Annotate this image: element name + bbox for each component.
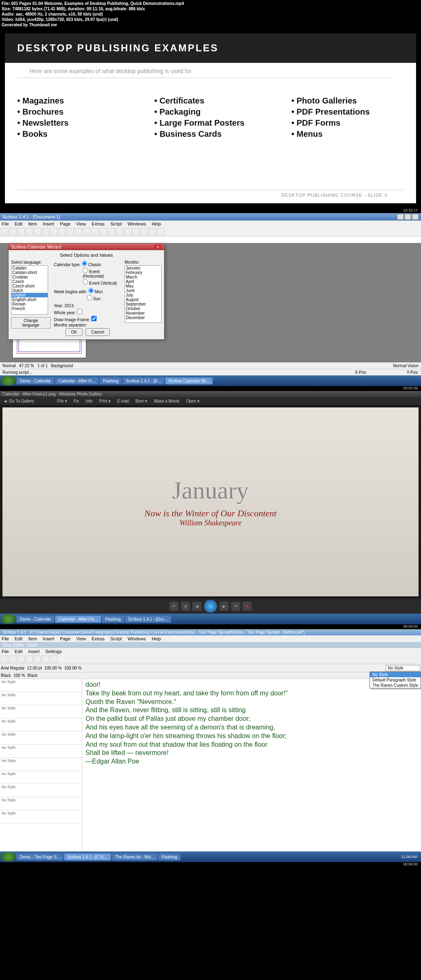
style-cell[interactable]: No Style [0, 718, 82, 732]
list-item[interactable]: March [125, 275, 161, 279]
menu-email[interactable]: E-mail [117, 399, 129, 403]
close-button[interactable]: × [412, 214, 419, 220]
list-item[interactable]: English-short [12, 297, 48, 302]
menu-file[interactable]: File [2, 636, 9, 641]
style-cell[interactable]: No Style [0, 679, 82, 692]
taskbar-item[interactable]: Flashing [102, 616, 124, 623]
event-h-radio[interactable] [83, 268, 88, 273]
menu-insert[interactable]: Insert [43, 636, 54, 641]
menu-windows[interactable]: Windows [127, 636, 146, 641]
style-cell[interactable]: No Style [0, 705, 82, 718]
back-button[interactable]: ◄ Go To Gallery [3, 399, 34, 403]
menu-file[interactable]: File [2, 649, 9, 654]
taskbar-item[interactable]: Flashing [158, 853, 180, 860]
maximize-button[interactable]: □ [405, 214, 411, 220]
tool-button[interactable] [9, 228, 16, 235]
menu-edit[interactable]: Edit [15, 636, 23, 641]
cancel-button[interactable]: Cancel [86, 328, 110, 336]
font-size[interactable]: 12.00 pt [27, 666, 42, 670]
start-button[interactable] [1, 614, 16, 623]
close-icon[interactable]: ✕ [243, 602, 252, 611]
taskbar-item-active[interactable]: Calendar - After-Fin... [55, 616, 101, 623]
menu-print[interactable]: Print ▾ [99, 399, 111, 403]
list-item[interactable]: Catalan [12, 266, 48, 270]
list-item[interactable]: April [125, 279, 161, 284]
menu-insert[interactable]: Insert [43, 221, 54, 226]
taskbar-item[interactable]: Demo - Two Page S... [16, 853, 63, 860]
list-item[interactable]: August [125, 297, 161, 302]
menu-file[interactable]: File ▾ [57, 399, 67, 403]
mon-radio[interactable] [88, 288, 94, 293]
menu-edit[interactable]: Edit [15, 221, 23, 226]
menu-item[interactable]: Item [28, 636, 37, 641]
tool-button[interactable] [132, 228, 140, 235]
taskbar-item-active[interactable]: Scribus Calendar Wi... [165, 377, 213, 384]
taskbar-clock[interactable]: 11:28 AM [398, 855, 420, 859]
style-cell[interactable]: No Style [0, 810, 82, 824]
event-v-radio[interactable] [83, 279, 88, 285]
menu-help[interactable]: Help [152, 221, 161, 226]
menu-help[interactable]: Help [152, 636, 161, 641]
menu-item[interactable]: Item [28, 221, 37, 226]
start-button[interactable] [1, 376, 16, 385]
color-select[interactable]: Black [28, 673, 37, 678]
dropdown-item[interactable]: The Raven Custom Style [370, 683, 421, 688]
taskbar-item[interactable]: The Raven.txt - Not... [112, 853, 157, 860]
menu-edit[interactable]: Edit [15, 649, 23, 654]
style-cell[interactable]: No Style [0, 771, 82, 784]
tool-button[interactable] [91, 228, 99, 235]
taskbar-item[interactable]: Demo - Calendar [16, 377, 54, 384]
list-item[interactable]: December [125, 315, 161, 320]
scale-v[interactable]: 100.00 % [64, 666, 81, 670]
tool-button[interactable] [58, 228, 66, 235]
tool-button[interactable] [149, 228, 156, 235]
menu-burn[interactable]: Burn ▾ [135, 399, 147, 403]
list-item-selected[interactable]: English [12, 293, 48, 297]
dialog-close-button[interactable]: × [154, 244, 162, 249]
color-select[interactable]: Black [1, 673, 11, 678]
style-cell[interactable]: No Style [0, 797, 82, 810]
title-bar[interactable]: Scribus 1.4.1 - [Document-1] _ □ × [0, 213, 421, 221]
list-item[interactable]: Czech [12, 279, 48, 284]
tool-button[interactable] [83, 228, 90, 235]
menu-info[interactable]: Info [86, 399, 93, 403]
menu-insert[interactable]: Insert [28, 649, 40, 654]
story-text-area[interactable]: door! Take thy beak from out my heart, a… [82, 679, 421, 851]
style-cell[interactable]: No Style [0, 784, 82, 797]
classic-radio[interactable] [82, 261, 87, 266]
document-canvas[interactable]: Scribus Calendar Wizard × Select Options… [0, 243, 421, 362]
list-item[interactable]: February [125, 270, 161, 275]
view-mode[interactable]: Normal [2, 363, 16, 368]
tool-button[interactable] [75, 228, 82, 235]
tool-button[interactable] [17, 228, 25, 235]
menu-view[interactable]: View [76, 221, 86, 226]
tool-button[interactable] [157, 228, 164, 235]
tool-button[interactable] [50, 656, 58, 663]
se-title-bar[interactable]: Scribus 1.4.1 - [C:\Users\Valued Custome… [0, 629, 421, 635]
list-item[interactable]: May [125, 284, 161, 288]
list-item[interactable]: July [125, 293, 161, 297]
tool-button[interactable] [124, 228, 132, 235]
list-item[interactable]: Croatian [12, 275, 48, 279]
scale-h[interactable]: 100.00 % [44, 666, 62, 670]
list-item[interactable]: January [125, 266, 161, 270]
list-item[interactable]: September [125, 302, 161, 306]
language-listbox[interactable]: Catalan Catalan-short Croatian Czech Cze… [11, 265, 48, 315]
tool-button[interactable] [1, 656, 8, 663]
menu-page[interactable]: Page [60, 221, 71, 226]
style-cell[interactable]: No Style [0, 758, 82, 771]
style-select[interactable]: No Style [386, 665, 420, 671]
tool-button[interactable] [141, 228, 148, 235]
ok-button[interactable]: OK [65, 328, 83, 336]
change-language-button[interactable]: Change language [11, 317, 51, 329]
tool-button[interactable] [34, 228, 41, 235]
vision-mode[interactable]: Normal Vision [393, 363, 419, 368]
menu-file[interactable]: File [2, 221, 9, 226]
list-item[interactable]: October [125, 306, 161, 311]
minimize-button[interactable]: _ [397, 214, 404, 220]
menu-open[interactable]: Open ▾ [186, 399, 199, 403]
menu-extras[interactable]: Extras [92, 636, 104, 641]
list-item[interactable]: Dutch [12, 288, 48, 293]
shade-value[interactable]: 100 % [13, 673, 25, 678]
menu-extras[interactable]: Extras [92, 221, 104, 226]
